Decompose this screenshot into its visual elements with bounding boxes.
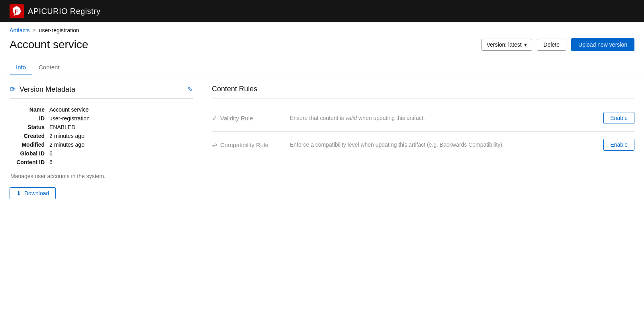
compatibility-rule-icon: ⇌ <box>212 141 217 149</box>
version-metadata-panel: ⟳ Version Metadata ✎ Name Account servic… <box>10 85 193 199</box>
metadata-id-value: user-registration <box>49 115 90 122</box>
compatibility-rule-name: ⇌ Compatibility Rule <box>212 141 284 149</box>
metadata-status-row: Status ENABLED <box>10 123 193 132</box>
app-logo: APICURIO Registry <box>10 4 100 18</box>
metadata-created-label: Created <box>10 133 49 139</box>
upload-new-version-button[interactable]: Upload new version <box>571 38 634 51</box>
tabs-container: Info Content <box>0 54 644 75</box>
tab-content[interactable]: Content <box>32 61 66 75</box>
metadata-globalid-label: Global ID <box>10 150 49 157</box>
compatibility-rule-row: ⇌ Compatibility Rule Enforce a compatibi… <box>212 132 634 158</box>
validity-rule-icon: ✓ <box>212 114 217 122</box>
edit-metadata-icon[interactable]: ✎ <box>188 86 193 93</box>
metadata-table: Name Account service ID user-registratio… <box>10 105 193 167</box>
page-title: Account service <box>10 38 88 51</box>
validity-rule-name: ✓ Validity Rule <box>212 114 284 122</box>
download-label: Download <box>24 190 49 196</box>
metadata-status-label: Status <box>10 124 49 130</box>
metadata-created-row: Created 2 minutes ago <box>10 132 193 140</box>
metadata-name-row: Name Account service <box>10 105 193 114</box>
metadata-contentid-row: Content ID 6 <box>10 158 193 167</box>
metadata-status-value: ENABLED <box>49 124 75 130</box>
app-logo-icon <box>10 4 24 18</box>
delete-button[interactable]: Delete <box>537 39 566 51</box>
compatibility-rule-enable-button[interactable]: Enable <box>603 139 634 151</box>
metadata-id-row: ID user-registration <box>10 114 193 123</box>
version-metadata-header: ⟳ Version Metadata ✎ <box>10 85 193 99</box>
content-rules-title: Content Rules <box>212 85 634 98</box>
metadata-modified-label: Modified <box>10 141 49 148</box>
breadcrumb: Artifacts > user-registration <box>0 22 644 33</box>
metadata-globalid-value: 6 <box>49 150 53 157</box>
metadata-modified-row: Modified 2 minutes ago <box>10 140 193 149</box>
metadata-created-value: 2 minutes ago <box>49 133 84 139</box>
metadata-id-label: ID <box>10 115 49 122</box>
metadata-name-value: Account service <box>49 106 89 113</box>
breadcrumb-separator: > <box>33 27 36 33</box>
breadcrumb-current: user-registration <box>39 27 79 33</box>
metadata-contentid-value: 6 <box>49 159 53 165</box>
artifact-description: Manages user accounts in the system. <box>10 173 193 179</box>
content-rules-panel: Content Rules ✓ Validity Rule Ensure tha… <box>212 85 634 199</box>
main-content: ⟳ Version Metadata ✎ Name Account servic… <box>0 75 644 209</box>
version-metadata-icon: ⟳ <box>10 85 16 94</box>
chevron-down-icon: ▾ <box>524 41 527 48</box>
validity-rule-row: ✓ Validity Rule Ensure that content is v… <box>212 105 634 132</box>
metadata-name-label: Name <box>10 106 49 113</box>
compatibility-rule-label: Compatibility Rule <box>220 141 268 148</box>
version-selector-label: Version: latest <box>487 41 522 48</box>
page-header: Account service Version: latest ▾ Delete… <box>0 33 644 51</box>
download-icon: ⬇ <box>16 190 21 196</box>
compatibility-rule-description: Enforce a compatibility level when updat… <box>290 141 597 149</box>
app-title: APICURIO Registry <box>28 7 100 16</box>
download-button[interactable]: ⬇ Download <box>10 187 56 199</box>
app-header: APICURIO Registry <box>0 0 644 22</box>
metadata-modified-value: 2 minutes ago <box>49 141 84 148</box>
validity-rule-description: Ensure that content is valid when updati… <box>290 114 597 122</box>
metadata-globalid-row: Global ID 6 <box>10 149 193 158</box>
page-actions: Version: latest ▾ Delete Upload new vers… <box>482 38 634 51</box>
validity-rule-enable-button[interactable]: Enable <box>603 112 634 124</box>
tab-info[interactable]: Info <box>10 61 32 75</box>
breadcrumb-artifacts-link[interactable]: Artifacts <box>10 27 30 33</box>
version-selector[interactable]: Version: latest ▾ <box>482 39 532 51</box>
metadata-contentid-label: Content ID <box>10 159 49 165</box>
validity-rule-label: Validity Rule <box>220 115 253 122</box>
version-metadata-title: ⟳ Version Metadata <box>10 85 75 94</box>
